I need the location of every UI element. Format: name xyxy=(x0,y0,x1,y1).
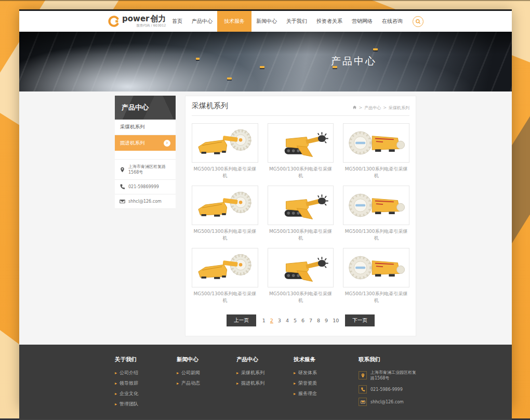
nav-item-tech-service[interactable]: 技术服务 xyxy=(217,11,251,32)
nav-item-products[interactable]: 产品中心 xyxy=(187,11,217,32)
content-area: 产品中心 采煤机系列 掘进机系列 › 上海市青浦区崧复路1568号 xyxy=(19,91,512,336)
product-caption: MG500/1300系列电牵引采煤机 xyxy=(192,166,258,179)
home-icon xyxy=(352,105,357,110)
email-icon xyxy=(120,199,125,204)
phone-icon xyxy=(361,387,365,392)
footer-link[interactable]: 管理团队 xyxy=(115,401,177,408)
page-number-active[interactable]: 2 xyxy=(270,318,273,323)
product-card[interactable]: MG500/1300系列电牵引采煤机 xyxy=(268,123,334,179)
product-grid: MG500/1300系列电牵引采煤机 MG500/1300系列电牵引采煤机 MG… xyxy=(192,123,409,304)
footer-link[interactable]: 公司介绍 xyxy=(115,370,177,376)
page-number[interactable]: 10 xyxy=(333,318,339,323)
footer-link[interactable]: 荣誉资质 xyxy=(294,380,359,387)
email-icon xyxy=(361,400,365,404)
product-card[interactable]: MG500/1300系列电牵引采煤机 xyxy=(268,248,334,304)
footer-link[interactable]: 服务理念 xyxy=(294,390,359,397)
breadcrumb-home[interactable] xyxy=(352,105,357,111)
page-number[interactable]: 9 xyxy=(325,318,328,323)
location-pin-icon xyxy=(120,167,125,173)
stock-code: 股票代码 / 603012 xyxy=(122,23,166,28)
product-card[interactable]: MG500/1300系列电牵引采煤机 xyxy=(192,123,258,179)
next-page-button[interactable]: 下一页 xyxy=(345,314,375,326)
hero-banner: 产品中心 xyxy=(19,32,512,91)
product-card[interactable]: MG500/1300系列电牵引采煤机 xyxy=(268,186,334,242)
footer-link[interactable]: 掘进机系列 xyxy=(236,380,294,387)
product-card[interactable]: MG500/1300系列电牵引采煤机 xyxy=(192,248,258,304)
sidebar-item-shearer-series[interactable]: 采煤机系列 xyxy=(115,120,176,135)
footer-link[interactable]: 公司新闻 xyxy=(177,370,236,376)
product-card[interactable]: MG500/1300系列电牵引采煤机 xyxy=(192,186,258,242)
logo-mark-icon xyxy=(108,15,120,28)
page-number[interactable]: 6 xyxy=(301,318,304,323)
product-caption: MG500/1300系列电牵引采煤机 xyxy=(343,228,409,242)
footer-link[interactable]: 研发体系 xyxy=(294,370,359,376)
mining-truck-icon xyxy=(373,48,378,50)
footer-col-news: 新闻中心 公司新闻 产品动态 xyxy=(177,356,236,411)
sidebar: 产品中心 采煤机系列 掘进机系列 › 上海市青浦区崧复路1568号 xyxy=(115,96,176,209)
nav-item-about[interactable]: 关于我们 xyxy=(282,11,312,32)
product-caption: MG500/1300系列电牵引采煤机 xyxy=(192,228,258,242)
nav-item-investor[interactable]: 投资者关系 xyxy=(312,11,347,32)
breadcrumb: > 产品中心 > 采煤机系列 xyxy=(352,105,409,111)
page-number[interactable]: 5 xyxy=(294,318,297,323)
footer-col-tech: 技术服务 研发体系 荣誉资质 服务理念 xyxy=(294,356,359,411)
product-card[interactable]: MG500/1300系列电牵引采煤机 xyxy=(343,186,409,242)
sidebar-title: 产品中心 xyxy=(115,96,176,120)
product-caption: MG500/1300系列电牵引采煤机 xyxy=(268,166,334,179)
nav-item-news[interactable]: 新闻中心 xyxy=(251,11,282,32)
site-footer: 关于我们 公司介绍 领导致辞 企业文化 管理团队 新闻中心 公司新闻 产品动态 … xyxy=(19,345,512,420)
main-panel: 采煤机系列 > 产品中心 > 采煤机系列 MG500/1300系列电牵引采煤 xyxy=(185,96,416,336)
page-number[interactable]: 3 xyxy=(278,318,281,323)
website-page: power创力 股票代码 / 603012 首页 产品中心 技术服务 新闻中心 … xyxy=(19,9,512,408)
footer-link[interactable]: 采煤机系列 xyxy=(236,370,294,376)
footer-col-about: 关于我们 公司介绍 领导致辞 企业文化 管理团队 xyxy=(115,356,177,411)
product-image-roadheader xyxy=(268,123,334,163)
sidebar-item-roadheader-series[interactable]: 掘进机系列 › xyxy=(115,135,176,151)
footer-link[interactable]: 领导致辞 xyxy=(115,380,177,387)
footer-col-contact: 联系我们 上海市青浦工业园区崧复路1568号 021-5986-9999 shh… xyxy=(359,356,416,411)
mockup-stage: power创力 股票代码 / 603012 首页 产品中心 技术服务 新闻中心 … xyxy=(0,0,530,420)
footer-address: 上海市青浦工业园区崧复路1568号 xyxy=(359,370,416,381)
sidebar-address: 上海市青浦区崧复路1568号 xyxy=(115,160,176,180)
sidebar-phone: 021-59869999 xyxy=(115,180,176,194)
product-card[interactable]: MG500/1300系列电牵引采煤机 xyxy=(343,248,409,304)
footer-col-products: 产品中心 采煤机系列 掘进机系列 xyxy=(236,356,294,411)
product-card[interactable]: MG500/1300系列电牵引采煤机 xyxy=(343,123,409,179)
product-caption: MG500/1300系列电牵引采煤机 xyxy=(343,291,409,304)
decor-top-edge xyxy=(0,0,530,1)
product-image-shearer xyxy=(192,123,258,163)
brand-name: power创力 xyxy=(122,15,166,22)
footer-email: shhcl@126.com xyxy=(359,398,416,406)
search-icon xyxy=(415,19,421,24)
logo[interactable]: power创力 股票代码 / 603012 xyxy=(108,15,166,28)
prev-page-button[interactable]: 上一页 xyxy=(227,314,256,326)
product-caption: MG500/1300系列电牵引采煤机 xyxy=(268,228,334,242)
site-header: power创力 股票代码 / 603012 首页 产品中心 技术服务 新闻中心 … xyxy=(19,11,512,32)
page-number[interactable]: 4 xyxy=(286,318,289,323)
product-image-shearer xyxy=(192,186,258,225)
nav-item-consult[interactable]: 在线咨询 xyxy=(377,11,407,32)
sidebar-contacts: 上海市青浦区崧复路1568号 021-59869999 shhcl@126.co… xyxy=(115,159,176,209)
chevron-right-icon: › xyxy=(164,140,170,147)
main-nav: 首页 产品中心 技术服务 新闻中心 关于我们 投资者关系 营销网络 在线咨询 xyxy=(167,11,423,32)
product-image-gearwheel xyxy=(343,123,409,163)
breadcrumb-products[interactable]: 产品中心 xyxy=(364,105,381,111)
page-number[interactable]: 1 xyxy=(262,318,266,323)
footer-link[interactable]: 企业文化 xyxy=(115,390,177,397)
product-caption: MG500/1300系列电牵引采煤机 xyxy=(268,291,334,304)
footer-link[interactable]: 产品动态 xyxy=(177,380,236,387)
mining-truck-icon xyxy=(260,66,264,68)
page-number[interactable]: 7 xyxy=(309,318,312,323)
search-button[interactable] xyxy=(413,16,423,27)
breadcrumb-current[interactable]: 采煤机系列 xyxy=(389,105,409,111)
mining-truck-icon xyxy=(196,58,200,60)
pagination: 上一页 1 2 3 4 5 6 7 8 9 10 xyxy=(192,314,409,326)
page-number[interactable]: 8 xyxy=(317,318,320,323)
page-title: 采煤机系列 xyxy=(192,101,228,111)
sidebar-menu: 采煤机系列 掘进机系列 › xyxy=(115,120,176,151)
nav-item-home[interactable]: 首页 xyxy=(167,11,187,32)
location-pin-icon xyxy=(361,373,365,378)
product-image-gearwheel xyxy=(343,186,409,225)
product-image-roadheader xyxy=(268,248,334,287)
nav-item-marketing[interactable]: 营销网络 xyxy=(347,11,377,32)
